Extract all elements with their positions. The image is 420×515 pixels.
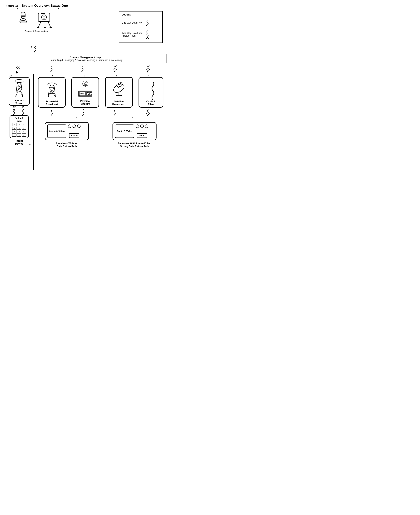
- circle6: [145, 124, 148, 128]
- receiver-with-inner: Audio & Video Audio: [115, 124, 154, 138]
- figure-label: Figure 1:: [6, 4, 18, 7]
- svg-point-10: [43, 16, 45, 18]
- receivers-row: Audio & Video Audio: [35, 122, 166, 148]
- svg-text:CD: CD: [84, 82, 86, 84]
- figure-title-text: System Overview: Status Quo: [22, 4, 68, 8]
- cml-line2: Formatting & Packaging // Sales & Licens…: [8, 59, 164, 61]
- voice-data-label: Voice /Data: [11, 117, 27, 122]
- dist-to-receiver-arrows: [35, 108, 166, 116]
- num3-label: 3: [31, 45, 32, 48]
- operator-tower-col: 10: [6, 65, 32, 170]
- microphone-icon: [17, 11, 29, 28]
- key2: 2: [17, 123, 21, 126]
- svg-marker-21: [148, 38, 149, 39]
- key6: 6: [22, 127, 26, 130]
- svg-rect-8: [38, 13, 50, 22]
- cable-cml-arrow: [144, 65, 152, 74]
- key1: 1: [12, 123, 16, 126]
- svg-marker-23: [16, 72, 17, 74]
- voice-data-box: Voice /Data 1 2 3 4 5 6 7 8: [10, 115, 29, 138]
- legend-title: Legend: [122, 13, 160, 16]
- svg-text:VHS: VHS: [80, 93, 84, 95]
- keyhash: #: [22, 133, 26, 137]
- audio-box-1: Audio: [69, 133, 79, 138]
- svg-text:DVD: DVD: [84, 84, 87, 86]
- receiver-without-inner: Audio & Video Audio: [47, 124, 86, 138]
- cable-fiber-box: Cable &Fiber: [139, 77, 163, 108]
- svg-line-12: [38, 22, 41, 27]
- ot-cml-arrow: [14, 65, 24, 74]
- svg-marker-40: [114, 71, 115, 73]
- circle1: [68, 124, 71, 128]
- cable-down-arrow: [144, 108, 152, 116]
- num9: 9: [75, 116, 77, 119]
- svg-marker-38: [50, 71, 52, 73]
- ot-right-arrow-col: 13: [20, 106, 26, 115]
- voice-data-area: Voice /Data 1 2 3 4 5 6 7 8: [10, 115, 29, 145]
- receiver-without-right: Audio: [68, 124, 81, 138]
- terrestrial-box: TerrestrialBroadcast: [38, 77, 66, 108]
- figure-title-row: Figure 1: System Overview: Status Quo: [6, 4, 166, 8]
- key0: 0: [17, 133, 21, 137]
- camera-col: 2: [34, 11, 55, 29]
- receiver-nums-row: 9 6: [35, 116, 166, 119]
- keystar: *: [12, 133, 16, 137]
- satellite-label: SatelliteBroadcast*: [112, 100, 126, 106]
- key3: 3: [22, 123, 26, 126]
- terrestrial-cml-arrow: [49, 65, 55, 74]
- content-icons-row: 1: [17, 11, 55, 29]
- num5: 5: [116, 74, 117, 77]
- receiver-without-col: Audio & Video Audio: [35, 122, 99, 148]
- cml-arrows-row: [35, 65, 166, 74]
- content-production-label: Content Production: [17, 30, 55, 32]
- svg-marker-37: [22, 114, 23, 115]
- dist-nums-row: 8 7 5 4: [35, 74, 166, 77]
- num12: 12: [13, 106, 16, 108]
- receiver-without-label: Receivers WithoutData Return Path: [56, 142, 77, 148]
- physical-cml-arrow: [80, 65, 86, 74]
- terrestrial-arrow-area: [49, 65, 55, 74]
- num7: 7: [84, 74, 85, 77]
- one-way-arrow-icon: [145, 19, 150, 27]
- right-dist-area: 8 7 5 4: [35, 65, 166, 170]
- legend-two-way: Two-Way Data Flow ("Return Path"): [122, 28, 160, 41]
- key9: 9: [22, 130, 26, 133]
- cml-bar: Content Management Layer Formatting & Pa…: [6, 54, 166, 63]
- key8: 8: [17, 130, 21, 133]
- arrow3-area: 3: [31, 45, 166, 53]
- satellite-box: SatelliteBroadcast*: [105, 77, 133, 108]
- svg-line-14: [48, 22, 51, 27]
- av-label-1: Audio & Video: [49, 130, 65, 132]
- keypad-row4: * 0 #: [11, 133, 27, 137]
- av-label-2: Audio & Video: [117, 130, 132, 132]
- receiver-with-box: Audio & Video Audio: [112, 122, 157, 140]
- svg-point-59: [90, 92, 92, 95]
- keypad-row2: 4 5 6: [11, 127, 27, 130]
- legend-one-way: One-Way Data Flow: [122, 18, 160, 28]
- physical-arrow-area: [80, 65, 86, 74]
- cml-line1: Content Management Layer: [8, 56, 164, 59]
- terrestrial-label: TerrestrialBroadcast: [46, 100, 58, 106]
- cable-arrow-area: [144, 65, 152, 74]
- mic-col: 1: [17, 11, 29, 29]
- cable-fiber-icon: [143, 80, 159, 99]
- page-container: Figure 1: System Overview: Status Quo 1: [6, 4, 166, 170]
- vertical-divider: [33, 74, 34, 170]
- physical-medium-icon: CD DVD VHS: [77, 80, 94, 99]
- circle3: [77, 124, 81, 128]
- receiver-without-screen: Audio & Video: [47, 124, 66, 138]
- key4: 4: [12, 127, 16, 130]
- physical-medium-box: CD DVD VHS PhysicalMedium: [71, 77, 99, 108]
- target-device-label: TargetDevice: [15, 139, 23, 145]
- svg-point-58: [87, 92, 89, 95]
- receiver-with-right: Audio: [136, 124, 148, 138]
- circles-row-2: [136, 124, 148, 128]
- arrow3-icon: [33, 45, 38, 53]
- circles-row-1: [68, 124, 81, 128]
- satellite-icon: [110, 80, 128, 99]
- keypad-row3: 7 8 9: [11, 130, 27, 133]
- num13: 13: [22, 106, 24, 108]
- key5: 5: [17, 127, 21, 130]
- terrestrial-tower-icon: [43, 80, 60, 99]
- ot-num: 10: [9, 74, 12, 77]
